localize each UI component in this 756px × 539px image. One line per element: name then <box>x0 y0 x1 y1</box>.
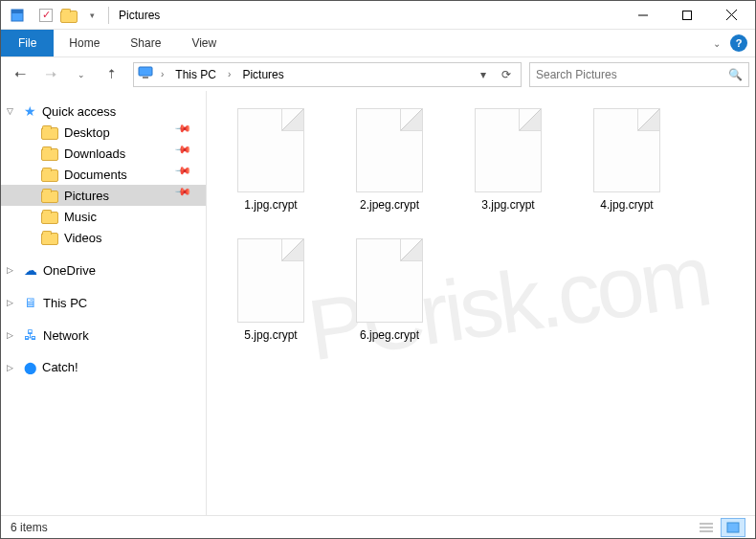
maximize-button[interactable] <box>665 1 709 30</box>
sidebar-onedrive[interactable]: ▷ ☁ OneDrive <box>1 259 206 281</box>
recent-dropdown[interactable]: ⌄ <box>68 61 95 88</box>
chevron-icon[interactable]: › <box>157 69 167 79</box>
file-name: 5.jpg.crypt <box>244 328 297 342</box>
svg-rect-3 <box>683 11 692 19</box>
properties-icon[interactable] <box>7 5 28 26</box>
star-icon: ★ <box>24 103 36 119</box>
status-bar: 6 items <box>1 515 755 538</box>
sidebar-item-downloads[interactable]: Downloads 📌 <box>1 143 206 164</box>
file-name: 3.jpg.crypt <box>481 198 534 212</box>
sidebar-item-label: Downloads <box>64 146 125 161</box>
file-thumbnail-icon <box>237 238 304 323</box>
file-item[interactable]: 4.jpg.crypt <box>576 108 678 212</box>
chevron-right-icon[interactable]: ▷ <box>7 265 18 275</box>
monitor-icon: 🖥 <box>24 295 37 310</box>
sidebar-catch[interactable]: ▷ ⬤ Catch! <box>1 357 206 377</box>
crumb-pictures[interactable]: Pictures <box>238 66 287 83</box>
forward-button[interactable]: 🠒 <box>37 61 64 88</box>
sidebar-item-label: Videos <box>64 231 102 245</box>
sidebar-item-documents[interactable]: Documents 📌 <box>1 164 206 185</box>
qat-dropdown-icon[interactable]: ▾ <box>81 5 102 26</box>
chevron-right-icon[interactable]: ▷ <box>7 330 18 340</box>
crumb-this-pc[interactable]: This PC <box>171 66 220 83</box>
check-icon[interactable]: ✓ <box>35 5 56 26</box>
sidebar-item-music[interactable]: Music <box>1 206 206 227</box>
svg-rect-6 <box>139 67 152 76</box>
folder-open-icon[interactable] <box>58 5 79 26</box>
pc-icon <box>138 66 153 82</box>
file-thumbnail-icon <box>237 108 304 192</box>
sidebar-item-videos[interactable]: Videos <box>1 227 206 248</box>
file-item[interactable]: 3.jpg.crypt <box>457 108 559 212</box>
sidebar-item-label: Music <box>64 210 97 224</box>
close-button[interactable] <box>709 1 753 30</box>
address-bar[interactable]: › This PC › Pictures ▾ ⟳ <box>133 62 522 87</box>
search-input[interactable] <box>536 68 728 81</box>
file-name: 2.jpeg.crypt <box>360 198 419 212</box>
file-name: 4.jpg.crypt <box>600 198 653 212</box>
tab-share[interactable]: Share <box>115 30 176 56</box>
folder-icon <box>41 233 58 245</box>
network-icon: 🖧 <box>24 327 37 343</box>
refresh-button[interactable]: ⟳ <box>496 64 517 85</box>
pin-icon: 📌 <box>174 183 199 208</box>
tab-home[interactable]: Home <box>54 30 115 56</box>
content-area: ▽ ★ Quick access Desktop 📌 Downloads 📌 D… <box>1 91 755 515</box>
titlebar: ✓ ▾ Pictures <box>1 1 755 30</box>
minimize-button[interactable] <box>621 1 665 30</box>
navigation-bar: 🠐 🠒 ⌄ 🠑 › This PC › Pictures ▾ ⟳ 🔍 <box>1 56 755 91</box>
svg-rect-1 <box>11 10 23 13</box>
tab-view[interactable]: View <box>176 30 232 56</box>
file-thumbnail-icon <box>475 108 542 192</box>
sidebar-item-pictures[interactable]: Pictures 📌 <box>1 185 206 206</box>
quick-access-toolbar: ✓ ▾ <box>3 1 102 30</box>
svg-rect-7 <box>143 77 148 79</box>
sidebar-quick-access[interactable]: ▽ ★ Quick access <box>1 101 206 122</box>
pin-icon: 📌 <box>174 120 199 145</box>
search-box[interactable]: 🔍 <box>529 62 749 87</box>
window-title: Pictures <box>115 9 160 22</box>
chevron-icon[interactable]: › <box>224 69 234 79</box>
pin-icon: 📌 <box>174 162 199 187</box>
svg-rect-11 <box>727 523 739 532</box>
cloud-icon: ☁ <box>24 262 37 278</box>
search-icon[interactable]: 🔍 <box>728 68 743 81</box>
view-details-button[interactable] <box>694 518 719 537</box>
sidebar-item-label: Documents <box>64 168 127 182</box>
view-large-icons-button[interactable] <box>721 518 745 537</box>
sidebar-item-label: Pictures <box>64 189 109 203</box>
sidebar-this-pc[interactable]: ▷ 🖥 This PC <box>1 292 206 313</box>
file-item[interactable]: 5.jpg.crypt <box>220 238 322 342</box>
status-item-count: 6 items <box>11 521 48 534</box>
file-thumbnail-icon <box>356 238 423 323</box>
sidebar-item-desktop[interactable]: Desktop 📌 <box>1 122 206 143</box>
file-item[interactable]: 2.jpeg.crypt <box>339 108 440 212</box>
file-thumbnail-icon <box>356 108 423 192</box>
folder-icon <box>41 212 58 224</box>
file-item[interactable]: 6.jpeg.crypt <box>339 238 440 342</box>
catch-icon: ⬤ <box>24 361 36 374</box>
chevron-right-icon[interactable]: ▷ <box>7 298 18 307</box>
back-button[interactable]: 🠐 <box>7 61 33 88</box>
file-thumbnail-icon <box>593 108 660 192</box>
file-item[interactable]: 1.jpg.crypt <box>220 108 322 212</box>
sidebar-item-label: Desktop <box>64 125 110 140</box>
file-name: 1.jpg.crypt <box>244 198 297 212</box>
folder-icon <box>41 148 58 161</box>
folder-icon <box>41 127 58 140</box>
sidebar-network[interactable]: ▷ 🖧 Network <box>1 325 206 346</box>
chevron-down-icon[interactable]: ▽ <box>7 106 18 116</box>
file-tab[interactable]: File <box>1 30 54 56</box>
up-button[interactable]: 🠑 <box>99 61 125 88</box>
titlebar-separator <box>108 7 109 24</box>
ribbon: File Home Share View ⌄ ? <box>1 30 755 56</box>
expand-ribbon-icon[interactable]: ⌄ <box>713 38 721 49</box>
window-controls <box>621 1 753 30</box>
file-pane[interactable]: PCrisk.com 1.jpg.crypt 2.jpeg.crypt 3.jp… <box>207 91 755 515</box>
chevron-right-icon[interactable]: ▷ <box>7 363 18 372</box>
nav-pane[interactable]: ▽ ★ Quick access Desktop 📌 Downloads 📌 D… <box>1 91 207 515</box>
pin-icon: 📌 <box>174 141 199 166</box>
help-button[interactable]: ? <box>730 34 747 52</box>
file-name: 6.jpeg.crypt <box>360 328 419 342</box>
address-dropdown-icon[interactable]: ▾ <box>473 64 494 85</box>
